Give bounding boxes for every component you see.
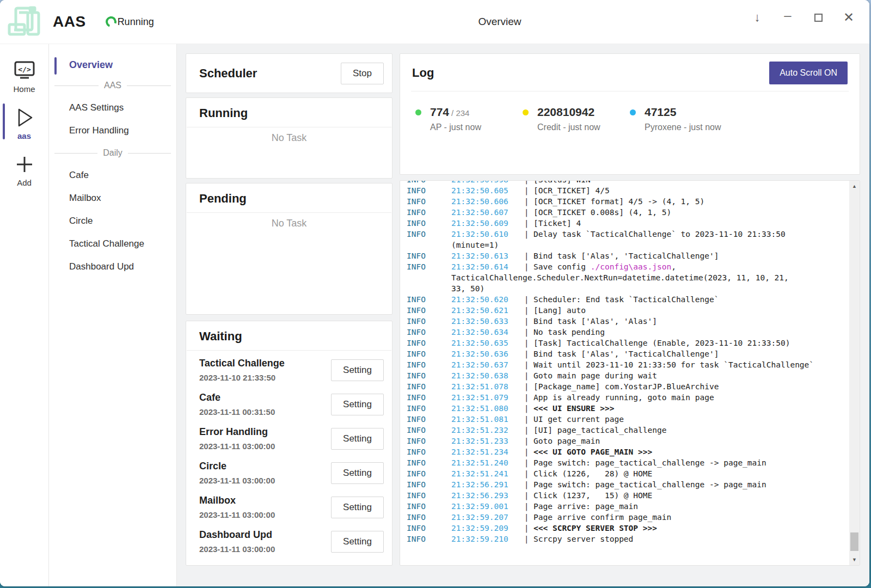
- setting-button-dashboard-upd[interactable]: Setting: [331, 531, 384, 553]
- log-time: 21:32:50.637: [451, 359, 519, 370]
- nav-item-overview[interactable]: Overview: [49, 56, 176, 74]
- log-level: INFO: [407, 250, 451, 261]
- log-line: INFO21:32:50.610|Delay task `TacticalCha…: [407, 229, 838, 240]
- log-line: INFO21:32:50.621|[Lang] auto: [407, 305, 838, 316]
- close-icon[interactable]: ✕: [838, 7, 860, 28]
- log-line: INFO21:32:50.633|Bind task ['Alas', 'Ala…: [407, 316, 838, 327]
- log-line: INFO21:32:50.613|Bind task ['Alas', 'Tac…: [407, 250, 838, 261]
- maximize-icon[interactable]: [807, 7, 829, 28]
- log-text: [Package_name] com.YostarJP.BlueArchive: [533, 382, 719, 391]
- setting-button-cafe[interactable]: Setting: [331, 394, 384, 415]
- log-separator: |: [519, 196, 533, 207]
- log-level: INFO: [407, 468, 451, 479]
- log-line: INFO21:32:50.638|Goto main page during w…: [407, 370, 838, 381]
- log-text: ./config\aas.json: [591, 262, 671, 271]
- log-separator: |: [519, 414, 533, 425]
- log-line: INFO21:32:50.635|[Task] TacticalChalleng…: [407, 338, 838, 348]
- log-level: INFO: [407, 305, 451, 316]
- log-line: (minute=1): [407, 240, 838, 250]
- log-level: INFO: [407, 229, 451, 240]
- scheduler-status: Running: [118, 16, 154, 28]
- log-line: INFO21:32:51.241|Click (1226, 28) @ HOME: [407, 468, 838, 479]
- log-line: INFO21:32:59.001|Page arrive: page_main: [407, 501, 838, 512]
- log-line: INFO21:32:59.209|<<< SCRCPY SERVER STOP …: [407, 523, 838, 534]
- log-text: Scheduler: End task `TacticalChallenge`: [533, 295, 719, 304]
- waiting-task-name: Tactical Challenge: [199, 358, 285, 369]
- log-line: INFO21:32:50.634|No task pending: [407, 327, 838, 338]
- stat-caption: AP - just now: [430, 122, 481, 132]
- scheduler-title: Scheduler: [199, 66, 257, 81]
- log-level: INFO: [407, 316, 451, 327]
- log-text: [Lang] auto: [533, 306, 586, 315]
- waiting-task-info: Cafe2023-11-11 00:31:50: [199, 392, 275, 416]
- stop-button[interactable]: Stop: [341, 63, 384, 84]
- log-line: INFO21:32:51.081|UI get current page: [407, 414, 838, 425]
- log-message: Scrcpy server stopped: [533, 534, 838, 544]
- log-line: INFO21:32:56.291|Page switch: page_tacti…: [407, 479, 838, 490]
- log-level: INFO: [407, 479, 451, 490]
- log-time: 21:32:51.232: [451, 425, 519, 436]
- log-line: INFO21:32:51.240|Page switch: page_tacti…: [407, 457, 838, 468]
- setting-button-tactical-challenge[interactable]: Setting: [331, 359, 384, 381]
- rail-item-home[interactable]: </> Home: [0, 56, 48, 99]
- log-line: INFO21:32:51.233|Goto page_main: [407, 436, 838, 446]
- log-text: Click (1237, 15) @ HOME: [533, 491, 652, 500]
- divider-line: [127, 85, 171, 86]
- rail-item-add[interactable]: Add: [0, 149, 48, 193]
- nav-item-error-handling[interactable]: Error Handling: [49, 120, 176, 142]
- log-time: 21:32:50.613: [451, 250, 519, 261]
- log-message: App is already running, goto main page: [533, 392, 838, 403]
- nav-item-circle[interactable]: Circle: [49, 210, 176, 232]
- log-text: Goto page_main: [533, 437, 600, 445]
- scroll-down-icon[interactable]: ▼: [849, 555, 860, 564]
- log-separator: |: [519, 305, 533, 316]
- play-icon: [14, 106, 35, 130]
- log-time: 21:32:50.614: [451, 261, 519, 272]
- nav-item-mailbox[interactable]: Mailbox: [49, 187, 176, 209]
- app-window: AAS Running Overview ↓ – ✕ </> Home: [0, 0, 869, 586]
- auto-scroll-button[interactable]: Auto Scroll ON: [769, 62, 848, 84]
- log-text: UI get current page: [533, 415, 624, 424]
- setting-button-error-handling[interactable]: Setting: [331, 428, 384, 450]
- waiting-title: Waiting: [199, 329, 242, 344]
- nav-item-cafe[interactable]: Cafe: [49, 164, 176, 186]
- nav-item-aas-settings[interactable]: AAS Settings: [49, 97, 176, 119]
- waiting-task-info: Error Handling2023-11-11 03:00:00: [199, 426, 275, 451]
- waiting-task-next-run: 2023-11-11 03:00:00: [199, 476, 275, 485]
- stat-value: 47125: [645, 106, 721, 119]
- log-message-cont: 33, 50): [451, 283, 484, 294]
- waiting-task-name: Dashboard Upd: [199, 529, 275, 541]
- waiting-task-next-run: 2023-11-11 03:00:00: [199, 442, 275, 451]
- console-scrollbar[interactable]: ▲ ▼: [849, 181, 860, 565]
- minimize-icon[interactable]: –: [777, 7, 799, 28]
- page-title: Overview: [478, 16, 521, 28]
- log-time: 21:32:59.001: [451, 501, 519, 512]
- stat-suffix: / 234: [451, 108, 469, 118]
- log-separator: |: [519, 218, 533, 229]
- setting-button-circle[interactable]: Setting: [331, 462, 384, 484]
- log-text: Page switch: page_tactical_challenge -> …: [533, 458, 766, 467]
- log-time: 21:32:59.210: [451, 534, 519, 544]
- code-monitor-icon: </>: [13, 59, 36, 83]
- log-text: [Status] WIN: [533, 180, 591, 184]
- scrollbar-thumb[interactable]: [850, 532, 858, 551]
- running-empty-text: No Task: [186, 127, 392, 144]
- log-text: Click (1226, 28) @ HOME: [533, 469, 652, 478]
- rail-label-aas: aas: [17, 131, 31, 140]
- log-level: INFO: [407, 261, 451, 272]
- log-separator: |: [519, 468, 533, 479]
- divider-line: [128, 153, 171, 154]
- log-console: INFO21:32:50.598|[Status] WININFO21:32:5…: [400, 180, 860, 566]
- log-level: INFO: [407, 501, 451, 512]
- log-line: TacticalChallenge.Scheduler.NextRun=date…: [407, 272, 838, 283]
- rail-item-aas[interactable]: aas: [0, 102, 48, 146]
- setting-button-mailbox[interactable]: Setting: [331, 497, 384, 518]
- log-text: [Task] TacticalChallenge (Enable, 2023-1…: [533, 339, 790, 347]
- nav-item-tactical-challenge[interactable]: Tactical Challenge: [49, 233, 176, 255]
- scroll-up-icon[interactable]: ▲: [849, 182, 860, 191]
- pending-title: Pending: [199, 192, 247, 206]
- log-message: Click (1237, 15) @ HOME: [533, 490, 838, 501]
- download-icon[interactable]: ↓: [746, 7, 768, 28]
- log-message: Wait until 2023-11-10 21:33:50 for task …: [533, 359, 838, 370]
- nav-item-dashboard-upd[interactable]: Dashboard Upd: [49, 256, 176, 278]
